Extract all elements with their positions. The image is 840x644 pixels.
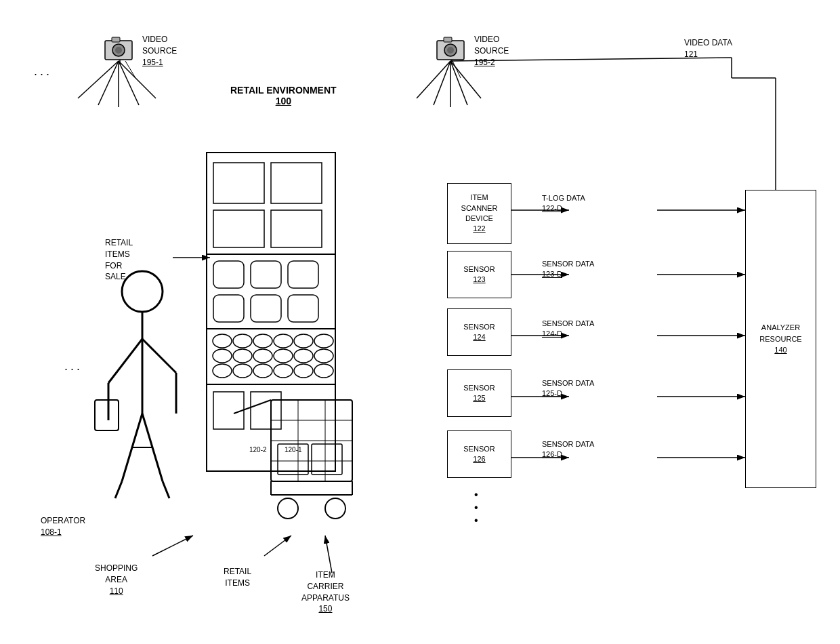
svg-point-56	[253, 334, 272, 348]
label-retail-environment: RETAIL ENVIRONMENT100	[230, 85, 337, 106]
svg-point-54	[213, 334, 232, 348]
svg-point-68	[253, 364, 272, 378]
svg-rect-47	[213, 261, 244, 288]
svg-point-71	[314, 364, 333, 378]
camera-195-1	[102, 34, 139, 67]
label-tlog-data: T-LOG DATA122-D	[542, 193, 585, 214]
svg-line-79	[142, 339, 176, 373]
label-sensor-data-124: SENSOR DATA124-D	[542, 319, 594, 340]
camera-195-2	[434, 34, 471, 67]
svg-line-87	[234, 400, 271, 414]
svg-point-60	[213, 349, 232, 363]
svg-point-58	[294, 334, 313, 348]
label-video-source-2: VIDEOSOURCE195-2	[474, 34, 509, 68]
svg-rect-48	[251, 261, 281, 288]
person-figure	[88, 264, 196, 525]
svg-rect-44	[213, 210, 264, 247]
svg-line-85	[163, 481, 169, 498]
box-analyzer-resource: ANALYZERRESOURCE140	[745, 190, 816, 488]
svg-point-59	[314, 334, 333, 348]
svg-point-33	[115, 47, 122, 54]
label-shopping-area: SHOPPINGAREA110	[95, 563, 138, 597]
box-sensor-126: SENSOR126	[447, 430, 511, 478]
svg-point-65	[314, 349, 333, 363]
label-video-source-1: VIDEOSOURCE195-1	[142, 34, 177, 68]
svg-point-63	[274, 349, 293, 363]
ellipsis-middle-left: ...	[64, 359, 83, 374]
svg-line-9	[450, 61, 467, 105]
label-item-carrier-apparatus: ITEMCARRIERAPPARATUS150	[301, 569, 350, 615]
svg-rect-34	[112, 37, 120, 42]
svg-line-77	[108, 339, 142, 383]
svg-point-64	[294, 349, 313, 363]
label-video-data: VIDEO DATA121	[684, 37, 732, 60]
label-item-120-1: 120-1	[285, 446, 302, 454]
svg-point-62	[253, 349, 272, 363]
ellipsis-sensors: •••	[474, 488, 478, 527]
label-sensor-data-123: SENSOR DATA123-D	[542, 259, 594, 280]
svg-point-97	[278, 498, 298, 519]
svg-rect-42	[213, 163, 264, 203]
svg-line-4	[119, 61, 139, 105]
svg-point-67	[233, 364, 252, 378]
label-operator: OPERATOR108-1	[41, 515, 85, 538]
svg-line-7	[434, 61, 450, 105]
svg-rect-52	[288, 295, 318, 322]
label-sensor-data-125: SENSOR DATA125-D	[542, 378, 594, 399]
svg-point-38	[447, 47, 454, 54]
svg-point-75	[122, 271, 163, 312]
svg-point-57	[274, 334, 293, 348]
svg-point-69	[274, 364, 293, 378]
box-sensor-125: SENSOR125	[447, 369, 511, 417]
svg-point-66	[213, 364, 232, 378]
box-sensor-124: SENSOR124	[447, 308, 511, 356]
label-sensor-data-126: SENSOR DATA126-D	[542, 439, 594, 460]
svg-line-84	[115, 481, 122, 498]
svg-point-55	[233, 334, 252, 348]
svg-rect-51	[251, 295, 281, 322]
label-retail-items: RETAILITEMS	[224, 566, 251, 589]
svg-rect-50	[213, 295, 244, 322]
label-item-120-2: 120-2	[249, 446, 267, 454]
svg-line-2	[98, 61, 119, 105]
svg-rect-86	[95, 400, 119, 430]
svg-line-25	[152, 536, 193, 556]
svg-rect-49	[288, 261, 318, 288]
svg-rect-45	[271, 210, 322, 247]
svg-rect-100	[312, 444, 342, 475]
svg-rect-39	[444, 37, 452, 42]
svg-point-98	[325, 498, 345, 519]
box-sensor-123: SENSOR123	[447, 251, 511, 298]
svg-point-61	[233, 349, 252, 363]
svg-point-70	[294, 364, 313, 378]
svg-rect-43	[271, 163, 322, 203]
shopping-cart	[230, 393, 366, 552]
box-item-scanner: ITEMSCANNERDEVICE122	[447, 183, 511, 244]
ellipsis-top-left: ...	[34, 64, 52, 79]
